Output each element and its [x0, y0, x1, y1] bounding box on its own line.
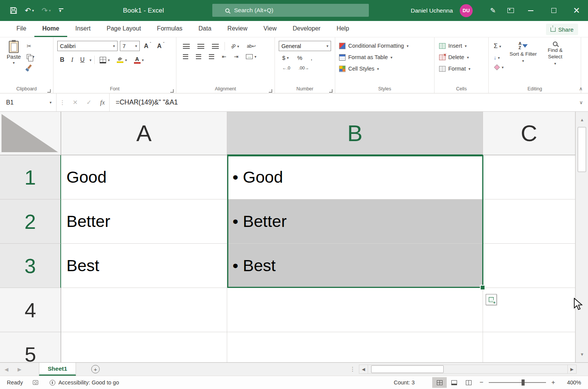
enter-entry-button[interactable]: ✓	[82, 93, 96, 111]
new-sheet-button[interactable]: +	[91, 365, 100, 373]
close-button[interactable]: ✕	[565, 0, 588, 21]
cell-C1[interactable]	[483, 155, 575, 199]
formula-bar-expand-icon[interactable]: ∨	[574, 93, 588, 111]
fill-handle[interactable]	[480, 285, 485, 290]
clear-button[interactable]: ▾	[492, 64, 506, 71]
middle-align-button[interactable]	[195, 43, 206, 50]
tab-help[interactable]: Help	[328, 21, 357, 37]
underline-dropdown-icon[interactable]: ▾	[89, 58, 91, 62]
maximize-button[interactable]	[542, 0, 565, 21]
cell-A1[interactable]: Good	[61, 155, 227, 199]
conditional-formatting-button[interactable]: Conditional Formatting ▾	[335, 40, 434, 51]
ink-pen-button[interactable]: ✎	[484, 0, 502, 21]
name-box-dropdown-icon[interactable]: ▾	[50, 100, 52, 104]
row-header-4[interactable]: 4	[0, 288, 61, 332]
cell-A2[interactable]: Better	[61, 199, 227, 244]
number-dialog-launcher[interactable]	[329, 89, 333, 93]
paste-button[interactable]: Paste ▾	[3, 41, 24, 71]
sort-filter-button[interactable]: AZ Sort & Filter ▾	[509, 40, 538, 71]
save-button[interactable]	[10, 7, 17, 14]
clipboard-dialog-launcher[interactable]	[47, 89, 51, 93]
insert-function-button[interactable]: fx	[96, 93, 110, 111]
zoom-level[interactable]: 400%	[559, 379, 581, 386]
column-header-B[interactable]: B	[227, 112, 483, 155]
accounting-format-button[interactable]: $▾	[280, 53, 291, 62]
format-painter-button[interactable]	[27, 63, 34, 71]
page-layout-view-button[interactable]	[447, 377, 461, 388]
font-size-select[interactable]: 7 ▾	[120, 41, 140, 51]
comma-style-button[interactable]: ,	[309, 53, 314, 62]
fill-dropdown-icon[interactable]: ▾	[498, 56, 500, 60]
tab-file[interactable]: File	[8, 21, 34, 37]
align-center-button[interactable]	[194, 53, 203, 60]
font-dialog-launcher[interactable]	[170, 89, 174, 93]
scroll-up-button[interactable]: ▲	[576, 114, 588, 125]
cancel-entry-button[interactable]: ✕	[68, 93, 82, 111]
row-header-2[interactable]: 2	[0, 199, 61, 244]
decrease-indent-button[interactable]: ⇤	[220, 52, 228, 61]
font-name-select[interactable]: Calibri ▾	[57, 41, 118, 51]
cell-A3[interactable]: Best	[61, 244, 227, 288]
scroll-right-button[interactable]: ▶	[567, 365, 577, 374]
cell-C4[interactable]	[483, 288, 575, 332]
tab-review[interactable]: Review	[220, 21, 255, 37]
percent-style-button[interactable]: %	[295, 53, 304, 62]
top-align-button[interactable]	[181, 43, 192, 50]
borders-dropdown-icon[interactable]: ▾	[108, 58, 110, 62]
macro-record-icon[interactable]	[33, 380, 38, 385]
merge-center-dropdown-icon[interactable]: ▾	[254, 55, 256, 59]
normal-view-button[interactable]	[432, 377, 447, 388]
tab-page-layout[interactable]: Page Layout	[99, 21, 149, 37]
cell-B3[interactable]: • Best	[227, 244, 483, 288]
cell-C3[interactable]	[483, 244, 575, 288]
vertical-scrollbar-thumb[interactable]	[578, 127, 586, 172]
redo-dropdown-icon[interactable]: ▾	[49, 8, 51, 13]
autosum-dropdown-icon[interactable]: ▾	[499, 44, 501, 48]
cell-styles-button[interactable]: Cell Styles ▾	[335, 63, 434, 74]
merge-center-button[interactable]: ↔▾	[244, 53, 258, 60]
formula-bar-resize-handle[interactable]: ⋮	[57, 93, 68, 111]
find-select-button[interactable]: Find & Select ▾	[541, 40, 570, 71]
search-box[interactable]: Search (Alt+Q)	[212, 4, 369, 17]
undo-button[interactable]: ↶ ▾	[25, 7, 34, 14]
sheet-tab-sheet1[interactable]: Sheet1	[39, 363, 76, 376]
vertical-scrollbar[interactable]: ▲ ▼	[575, 112, 588, 362]
zoom-out-button[interactable]: −	[476, 379, 487, 386]
copy-button[interactable]: ▾	[27, 53, 34, 60]
cell-B4[interactable]	[227, 288, 483, 332]
cell-C2[interactable]	[483, 199, 575, 244]
zoom-slider-knob[interactable]	[522, 379, 525, 386]
column-header-A[interactable]: A	[61, 112, 227, 155]
horizontal-scrollbar[interactable]: ◀ ▶	[359, 364, 577, 374]
bold-button[interactable]: B	[58, 55, 66, 64]
cut-button[interactable]: ✂	[27, 42, 34, 50]
count-indicator[interactable]: Count: 3	[394, 379, 415, 386]
horizontal-scrollbar-thumb[interactable]	[371, 365, 444, 373]
increase-font-size-button[interactable]: Aˆ	[142, 42, 153, 51]
row-header-3[interactable]: 3	[0, 244, 61, 288]
increase-indent-button[interactable]: ⇥	[232, 52, 241, 61]
share-button[interactable]: Share	[546, 24, 578, 35]
customize-quick-access-button[interactable]	[58, 8, 64, 13]
decrease-decimal-button[interactable]: .00→	[297, 64, 311, 71]
tab-home[interactable]: Home	[34, 21, 67, 37]
horizontal-scrollbar-track[interactable]	[368, 365, 567, 374]
name-box[interactable]: B1 ▾	[0, 93, 57, 111]
format-as-table-button[interactable]: Format as Table ▾	[335, 51, 434, 63]
scroll-left-button[interactable]: ◀	[359, 365, 368, 374]
previous-sheet-button[interactable]: ◀	[0, 366, 13, 372]
column-header-C[interactable]: C	[483, 112, 575, 155]
tab-insert[interactable]: Insert	[67, 21, 99, 37]
cell-B1[interactable]: • Good	[227, 155, 483, 199]
autofill-options-button[interactable]	[486, 294, 497, 305]
collapse-ribbon-button[interactable]: ∧	[579, 86, 583, 92]
bottom-align-button[interactable]	[210, 43, 221, 50]
select-all-corner[interactable]	[0, 112, 61, 155]
number-format-select[interactable]: General ▾	[279, 41, 331, 51]
borders-button[interactable]: ▾	[98, 56, 111, 64]
accessibility-status[interactable]: Accessibility: Good to go	[58, 379, 119, 386]
ribbon-display-options-button[interactable]	[502, 0, 519, 21]
align-left-button[interactable]	[181, 53, 190, 60]
font-color-dropdown-icon[interactable]: ▾	[142, 58, 144, 62]
cell-B5[interactable]	[227, 332, 483, 362]
